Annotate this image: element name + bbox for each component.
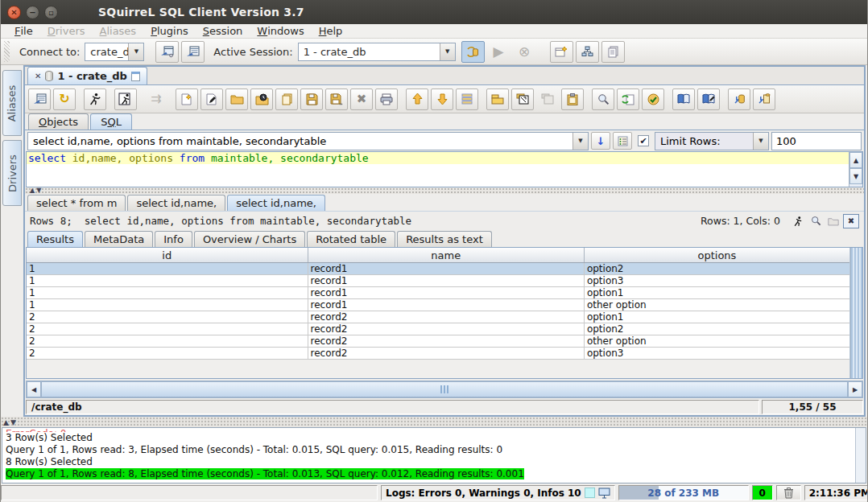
log-messages[interactable]: ErrorCode: 0 3 Row(s) Selected Query 1 o… <box>2 428 855 483</box>
detach-tab-button[interactable] <box>511 88 534 110</box>
import-from-table-button[interactable] <box>753 88 775 110</box>
alias-combobox[interactable]: crate_db ▼ <box>85 43 144 61</box>
chevron-down-icon[interactable]: ▼ <box>128 43 143 60</box>
splitter-down-icon[interactable]: ▼ <box>36 187 41 194</box>
cell-name[interactable]: record2 <box>308 335 585 347</box>
append-history-button[interactable]: ↓ <box>591 132 610 150</box>
cell-id[interactable]: 2 <box>27 335 308 347</box>
close-result-button[interactable]: ✖ <box>843 214 859 228</box>
new-sql-tab-button[interactable] <box>176 88 198 110</box>
tab-sql[interactable]: SQL <box>90 113 132 130</box>
splitter-up-icon[interactable]: ▲ <box>3 418 9 426</box>
cell-id[interactable]: 1 <box>27 299 308 311</box>
print-sql-button[interactable] <box>375 88 398 110</box>
cell-options[interactable]: other option <box>585 299 849 311</box>
save-sql-as-button[interactable] <box>325 88 348 110</box>
monitor-icon[interactable] <box>598 488 610 499</box>
column-header-options[interactable]: options <box>585 248 849 262</box>
session-tab[interactable]: ✕ 1 - crate_db <box>27 67 147 84</box>
log-splitter[interactable]: ▲▼ <box>1 417 867 427</box>
open-sql-button[interactable] <box>225 88 248 110</box>
limit-rows-combobox[interactable]: Limit Rows: ▼ <box>655 132 769 150</box>
chevron-down-icon[interactable]: ▼ <box>753 133 768 150</box>
result-tab-1[interactable]: select * from m <box>27 195 126 211</box>
menu-session[interactable]: Session <box>196 24 250 38</box>
table-row[interactable]: 2record2option2 <box>27 323 849 335</box>
clear-sql-button[interactable]: ✖ <box>350 88 373 110</box>
validate-sql-button[interactable] <box>642 88 664 110</box>
result-tab-2[interactable]: select id,name, <box>127 195 225 211</box>
refresh-button[interactable]: ↻ <box>53 88 76 110</box>
cell-options[interactable]: option3 <box>585 275 849 286</box>
scroll-right-icon[interactable]: ▶ <box>848 381 862 397</box>
table-row[interactable]: 1record1option3 <box>27 275 849 287</box>
cell-id[interactable]: 2 <box>27 348 308 359</box>
sidebar-tab-aliases[interactable]: Aliases <box>2 70 22 136</box>
cell-id[interactable]: 1 <box>27 287 308 298</box>
show-history-list-button[interactable] <box>613 132 632 150</box>
status-logs-cell[interactable]: Logs: Errors 0, Warnings 0, Infos 10 <box>381 485 615 500</box>
sync-session-toggle[interactable] <box>461 41 485 63</box>
cell-options[interactable]: option2 <box>585 263 849 274</box>
scroll-left-icon[interactable]: ◀ <box>27 381 41 397</box>
rerun-sql-button[interactable] <box>790 214 806 228</box>
table-row[interactable]: 2record2option1 <box>27 311 849 323</box>
cell-id[interactable]: 1 <box>27 263 308 274</box>
subtab-results-as-text[interactable]: Results as text <box>397 231 492 247</box>
next-sql-button[interactable] <box>431 88 453 110</box>
run-sql-button[interactable] <box>84 88 106 110</box>
menu-plugins[interactable]: Plugins <box>143 24 196 38</box>
column-header-name[interactable]: name <box>308 248 585 262</box>
cell-name[interactable]: record2 <box>308 348 585 359</box>
save-sql-button[interactable] <box>300 88 323 110</box>
table-row[interactable]: 2record2option3 <box>27 348 849 360</box>
close-icon[interactable]: ✕ <box>35 72 41 80</box>
cell-name[interactable]: record1 <box>308 287 585 298</box>
find-in-result-button[interactable] <box>808 214 824 228</box>
scroll-down-icon[interactable]: ▼ <box>849 168 862 184</box>
subtab-results[interactable]: Results <box>27 231 83 247</box>
limit-rows-input[interactable]: 100 <box>771 132 862 150</box>
cell-name[interactable]: record1 <box>308 299 585 311</box>
edit-bookmark-button[interactable] <box>697 88 720 110</box>
sql-history-combobox[interactable]: select id,name, options from maintable, … <box>27 132 589 150</box>
menu-file[interactable]: File <box>7 24 40 38</box>
window-maximize-button[interactable]: ▫ <box>44 6 58 19</box>
column-header-id[interactable]: id <box>27 248 308 262</box>
reconnect-button[interactable] <box>28 88 51 110</box>
export-to-table-button[interactable] <box>728 88 750 110</box>
cell-id[interactable]: 2 <box>27 323 308 335</box>
previous-sql-button[interactable] <box>406 88 428 110</box>
connect-alias-window-button[interactable] <box>181 41 205 63</box>
active-session-combobox[interactable]: 1 - crate_db ▼ <box>298 43 456 61</box>
window-close-button[interactable]: ✕ <box>7 6 21 19</box>
object-tree-button[interactable] <box>576 41 599 63</box>
garbage-collect-button[interactable] <box>776 485 801 500</box>
cell-name[interactable]: record2 <box>308 311 585 323</box>
table-row[interactable]: 1record1option1 <box>27 287 849 299</box>
sql-history-button[interactable] <box>250 88 273 110</box>
connect-alias-button[interactable] <box>155 41 179 63</box>
cell-options[interactable]: option1 <box>585 311 849 323</box>
copy-sql-button[interactable] <box>275 88 298 110</box>
sidebar-tab-drivers[interactable]: Drivers <box>2 140 22 206</box>
window-minimize-button[interactable]: − <box>26 6 39 19</box>
chevron-down-icon[interactable]: ▼ <box>440 43 455 60</box>
table-row[interactable]: 2record2other option <box>27 335 849 348</box>
tab-objects[interactable]: Objects <box>28 113 89 130</box>
table-row[interactable]: 1record1option2 <box>27 263 849 275</box>
cell-name[interactable]: record2 <box>308 323 585 335</box>
editor-result-splitter[interactable]: ▲▼ <box>25 187 864 194</box>
cell-options[interactable]: option3 <box>585 348 849 359</box>
table-row[interactable]: 1record1other option <box>27 299 849 311</box>
sql-list-button[interactable] <box>456 88 478 110</box>
toolbar-gripper[interactable] <box>4 41 10 62</box>
run-all-sqls-button[interactable] <box>114 88 137 110</box>
sql-editor[interactable]: select id,name, options from maintable, … <box>27 152 849 187</box>
subtab-metadata[interactable]: MetaData <box>85 231 153 247</box>
splitter-up-icon[interactable]: ▲ <box>30 187 35 194</box>
cell-id[interactable]: 2 <box>27 311 308 323</box>
bookmark-button[interactable] <box>672 88 695 110</box>
scroll-up-icon[interactable]: ▲ <box>849 152 862 168</box>
table-vertical-scrollbar[interactable] <box>850 248 862 378</box>
